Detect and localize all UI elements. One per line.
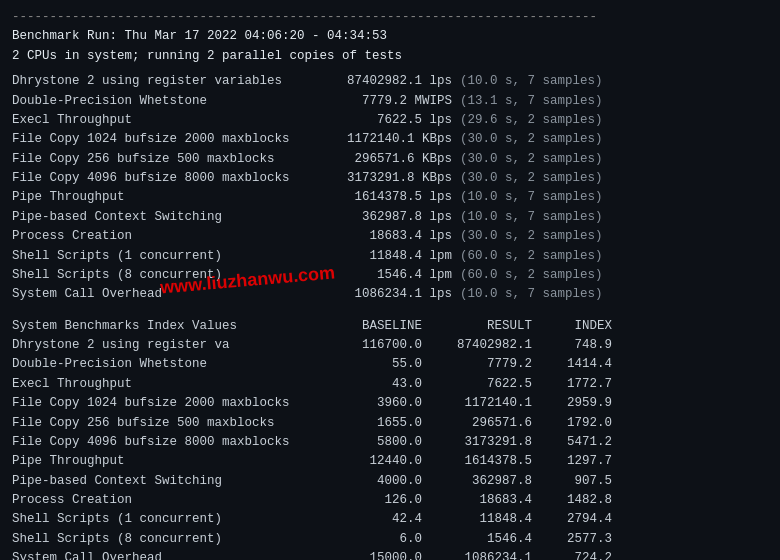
metric-row: Shell Scripts (1 concurrent)11848.4 lpm(… — [12, 247, 768, 266]
metric-detail: (10.0 s, 7 samples) — [460, 72, 603, 91]
metric-detail: (30.0 s, 2 samples) — [460, 227, 603, 246]
table-cell-baseline: 15000.0 — [322, 549, 422, 560]
metric-name: Execl Throughput — [12, 111, 322, 130]
metric-detail: (10.0 s, 7 samples) — [460, 208, 603, 227]
table-cell-index: 5471.2 — [532, 433, 612, 452]
table-header-row: System Benchmarks Index Values BASELINE … — [12, 317, 768, 336]
table-rows: Dhrystone 2 using register va116700.0874… — [12, 336, 768, 560]
table-cell-baseline: 12440.0 — [322, 452, 422, 471]
metric-name: Pipe-based Context Switching — [12, 208, 322, 227]
metric-name: System Call Overhead — [12, 285, 322, 304]
table-cell-index: 1414.4 — [532, 355, 612, 374]
table-cell-index: 1772.7 — [532, 375, 612, 394]
table-cell-baseline: 1655.0 — [322, 414, 422, 433]
table-cell-baseline: 6.0 — [322, 530, 422, 549]
table-cell-index: 2959.9 — [532, 394, 612, 413]
metric-value: 7779.2 MWIPS — [322, 92, 452, 111]
metric-detail: (30.0 s, 2 samples) — [460, 130, 603, 149]
table-cell-baseline: 43.0 — [322, 375, 422, 394]
table-data-row: Shell Scripts (8 concurrent)6.01546.4257… — [12, 530, 768, 549]
metric-value: 1546.4 lpm — [322, 266, 452, 285]
metrics-section: Dhrystone 2 using register variables8740… — [12, 72, 768, 305]
table-cell-name: Shell Scripts (8 concurrent) — [12, 530, 322, 549]
header-line2: 2 CPUs in system; running 2 parallel cop… — [12, 47, 768, 66]
table-cell-index: 2794.4 — [532, 510, 612, 529]
col-header-result: RESULT — [422, 317, 532, 336]
table-data-row: Double-Precision Whetstone55.07779.21414… — [12, 355, 768, 374]
metric-name: Shell Scripts (1 concurrent) — [12, 247, 322, 266]
metric-detail: (10.0 s, 7 samples) — [460, 285, 603, 304]
table-cell-result: 296571.6 — [422, 414, 532, 433]
table-cell-result: 7779.2 — [422, 355, 532, 374]
table-cell-name: File Copy 1024 bufsize 2000 maxblocks — [12, 394, 322, 413]
metric-detail: (29.6 s, 2 samples) — [460, 111, 603, 130]
table-cell-result: 87402982.1 — [422, 336, 532, 355]
table-cell-result: 1086234.1 — [422, 549, 532, 560]
table-data-row: File Copy 4096 bufsize 8000 maxblocks580… — [12, 433, 768, 452]
table-cell-baseline: 116700.0 — [322, 336, 422, 355]
table-cell-name: Shell Scripts (1 concurrent) — [12, 510, 322, 529]
table-cell-name: System Call Overhead — [12, 549, 322, 560]
table-cell-result: 1614378.5 — [422, 452, 532, 471]
metric-value: 87402982.1 lps — [322, 72, 452, 91]
metric-detail: (30.0 s, 2 samples) — [460, 150, 603, 169]
metric-detail: (60.0 s, 2 samples) — [460, 266, 603, 285]
table-data-row: Pipe Throughput12440.01614378.51297.7 — [12, 452, 768, 471]
separator-top: ----------------------------------------… — [12, 8, 768, 27]
metric-row: System Call Overhead1086234.1 lps(10.0 s… — [12, 285, 768, 304]
header-line1: Benchmark Run: Thu Mar 17 2022 04:06:20 … — [12, 27, 768, 46]
table-cell-name: Dhrystone 2 using register va — [12, 336, 322, 355]
table-cell-baseline: 55.0 — [322, 355, 422, 374]
col-header-index: INDEX — [532, 317, 612, 336]
metric-name: Dhrystone 2 using register variables — [12, 72, 322, 91]
table-cell-index: 748.9 — [532, 336, 612, 355]
metric-value: 18683.4 lps — [322, 227, 452, 246]
metric-row: Dhrystone 2 using register variables8740… — [12, 72, 768, 91]
metric-value: 362987.8 lps — [322, 208, 452, 227]
metric-row: Execl Throughput7622.5 lps(29.6 s, 2 sam… — [12, 111, 768, 130]
table-cell-name: Process Creation — [12, 491, 322, 510]
col-header-name: System Benchmarks Index Values — [12, 317, 322, 336]
metric-value: 3173291.8 KBps — [322, 169, 452, 188]
table-cell-result: 3173291.8 — [422, 433, 532, 452]
table-cell-name: File Copy 256 bufsize 500 maxblocks — [12, 414, 322, 433]
table-cell-name: Double-Precision Whetstone — [12, 355, 322, 374]
metric-name: Shell Scripts (8 concurrent) — [12, 266, 322, 285]
table-cell-baseline: 3960.0 — [322, 394, 422, 413]
metric-value: 7622.5 lps — [322, 111, 452, 130]
metric-row: Pipe Throughput1614378.5 lps(10.0 s, 7 s… — [12, 188, 768, 207]
table-cell-index: 1482.8 — [532, 491, 612, 510]
table-data-row: Shell Scripts (1 concurrent)42.411848.42… — [12, 510, 768, 529]
table-cell-result: 11848.4 — [422, 510, 532, 529]
table-cell-result: 7622.5 — [422, 375, 532, 394]
table-cell-name: File Copy 4096 bufsize 8000 maxblocks — [12, 433, 322, 452]
table-cell-baseline: 5800.0 — [322, 433, 422, 452]
metric-name: File Copy 4096 bufsize 8000 maxblocks — [12, 169, 322, 188]
metric-detail: (13.1 s, 7 samples) — [460, 92, 603, 111]
table-cell-name: Pipe Throughput — [12, 452, 322, 471]
table-cell-baseline: 4000.0 — [322, 472, 422, 491]
table-data-row: Execl Throughput43.07622.51772.7 — [12, 375, 768, 394]
table-cell-name: Execl Throughput — [12, 375, 322, 394]
table-cell-result: 1546.4 — [422, 530, 532, 549]
table-data-row: File Copy 1024 bufsize 2000 maxblocks396… — [12, 394, 768, 413]
table-cell-baseline: 42.4 — [322, 510, 422, 529]
table-data-row: Dhrystone 2 using register va116700.0874… — [12, 336, 768, 355]
metric-detail: (30.0 s, 2 samples) — [460, 169, 603, 188]
table-data-row: System Call Overhead15000.01086234.1724.… — [12, 549, 768, 560]
metric-row: Process Creation18683.4 lps(30.0 s, 2 sa… — [12, 227, 768, 246]
table-section: System Benchmarks Index Values BASELINE … — [12, 317, 768, 560]
metric-name: File Copy 256 bufsize 500 maxblocks — [12, 150, 322, 169]
table-cell-index: 2577.3 — [532, 530, 612, 549]
table-cell-name: Pipe-based Context Switching — [12, 472, 322, 491]
metric-row: Shell Scripts (8 concurrent)1546.4 lpm(6… — [12, 266, 768, 285]
terminal: ----------------------------------------… — [12, 8, 768, 552]
metric-value: 1614378.5 lps — [322, 188, 452, 207]
metric-value: 1086234.1 lps — [322, 285, 452, 304]
table-cell-index: 907.5 — [532, 472, 612, 491]
col-header-baseline: BASELINE — [322, 317, 422, 336]
table-cell-result: 18683.4 — [422, 491, 532, 510]
metric-name: File Copy 1024 bufsize 2000 maxblocks — [12, 130, 322, 149]
table-cell-result: 362987.8 — [422, 472, 532, 491]
metric-row: File Copy 256 bufsize 500 maxblocks29657… — [12, 150, 768, 169]
